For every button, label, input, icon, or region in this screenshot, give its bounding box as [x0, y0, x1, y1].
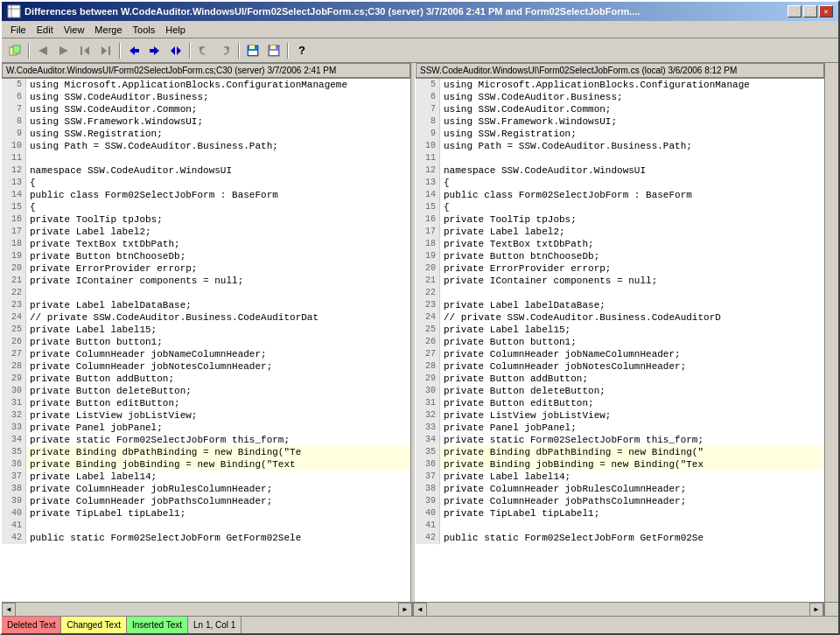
toolbar-sep-4 — [238, 43, 240, 59]
line-code — [26, 520, 30, 532]
first-diff-button[interactable] — [75, 41, 94, 60]
title-bar-left: Differences between W.CodeAuditor.Window… — [7, 4, 640, 18]
menu-help[interactable]: Help — [160, 23, 191, 37]
line-number: 41 — [2, 520, 26, 532]
next-diff-button[interactable] — [54, 41, 74, 60]
table-row: 21 private IContainer components = null; — [2, 275, 410, 287]
line-number: 24 — [416, 311, 440, 324]
right-scrollbar[interactable] — [824, 63, 838, 602]
left-hscroll[interactable]: ◀ ▶ — [2, 603, 413, 616]
line-code: private Button editButton; — [440, 397, 594, 409]
table-row: 6using SSW.CodeAuditor.Business; — [2, 91, 410, 103]
line-code: private static Form02SelectJobForm this_… — [440, 434, 704, 446]
line-number: 18 — [2, 238, 26, 250]
line-code: using SSW.Framework.WindowsUI; — [440, 115, 617, 128]
menu-file[interactable]: File — [5, 23, 32, 37]
table-row: 16 private ToolTip tpJobs; — [416, 213, 824, 226]
line-code: private Label label14; — [440, 471, 570, 483]
table-row: 27 private ColumnHeader jobNameColumnHea… — [416, 348, 824, 360]
merge-left-button[interactable] — [124, 41, 144, 60]
table-row: 17 private Label label2; — [2, 226, 410, 238]
menu-merge[interactable]: Merge — [89, 23, 127, 37]
save-button[interactable] — [243, 41, 262, 60]
table-row: 15 { — [2, 201, 410, 213]
left-hscroll-track[interactable] — [16, 603, 398, 617]
maximize-button[interactable]: □ — [803, 5, 817, 17]
right-pane-content[interactable]: 5using Microsoft.ApplicationBlocks.Confi… — [416, 79, 824, 602]
close-button[interactable]: ✕ — [819, 5, 833, 17]
right-hscroll-left-btn[interactable]: ◀ — [413, 603, 427, 617]
title-bar: Differences between W.CodeAuditor.Window… — [2, 2, 838, 21]
minimize-button[interactable]: _ — [788, 5, 802, 17]
right-hscroll-track[interactable] — [427, 603, 809, 617]
table-row: 17 private Label label2; — [416, 226, 824, 238]
menu-edit[interactable]: Edit — [32, 23, 59, 37]
table-row: 13{ — [416, 177, 824, 189]
left-hscroll-right-btn[interactable]: ▶ — [398, 603, 412, 617]
line-code: private static Form02SelectJobForm this_… — [26, 434, 290, 446]
table-row: 29 private Button addButton; — [2, 373, 410, 385]
line-number: 9 — [2, 128, 26, 140]
line-number: 8 — [2, 115, 26, 128]
table-row: 23 private Label labelDataBase; — [416, 299, 824, 311]
table-row: 40 private TipLabel tipLabel1; — [2, 507, 410, 520]
right-hscroll[interactable]: ◀ ▶ — [413, 603, 824, 616]
left-pane-content[interactable]: 5using Microsoft.ApplicationBlocks.Confi… — [2, 79, 410, 602]
table-row: 15 { — [416, 201, 824, 213]
line-number: 29 — [416, 373, 440, 385]
line-number: 28 — [416, 360, 440, 373]
line-code: private ListView jobListView; — [440, 409, 611, 422]
table-row: 28 private ColumnHeader jobNotesColumnHe… — [2, 360, 410, 373]
status-position: Ln 1, Col 1 — [188, 617, 242, 633]
table-row: 31 private Button editButton; — [2, 397, 410, 409]
open-button[interactable] — [5, 41, 24, 60]
table-row: 19 private Button btnChooseDb; — [416, 250, 824, 262]
toolbar-sep-5 — [287, 43, 289, 59]
line-number: 33 — [416, 422, 440, 434]
diff-icon — [7, 4, 21, 18]
line-number: 6 — [2, 91, 26, 103]
line-number: 10 — [416, 140, 440, 152]
left-hscroll-left-btn[interactable]: ◀ — [2, 603, 16, 617]
toolbar-sep-2 — [119, 43, 121, 59]
status-changed: Changed Text — [61, 617, 127, 633]
line-code: using Path = SSW.CodeAuditor.Business.Pa… — [440, 140, 692, 152]
table-row: 35 private Binding dbPathBinding = new B… — [416, 446, 824, 458]
merge-right-button[interactable] — [145, 41, 164, 60]
svg-marker-5 — [38, 46, 47, 55]
last-diff-button[interactable] — [96, 41, 116, 60]
line-code: private ColumnHeader jobRulesColumnHeade… — [440, 483, 686, 495]
line-code: private TipLabel tipLabel1; — [26, 507, 186, 520]
table-row: 20 private ErrorProvider errorp; — [416, 262, 824, 275]
line-number: 7 — [416, 103, 440, 115]
svg-marker-9 — [102, 46, 107, 55]
undo-button[interactable] — [194, 41, 214, 60]
right-hscroll-right-btn[interactable]: ▶ — [809, 603, 823, 617]
line-number: 36 — [2, 458, 26, 471]
right-pane-header: SSW.CodeAuditor.WindowsUI\Form02SelectJo… — [416, 63, 824, 79]
menu-view[interactable]: View — [59, 23, 90, 37]
line-number: 6 — [416, 91, 440, 103]
table-row: 9using SSW.Registration; — [416, 128, 824, 140]
line-code: private Binding jobBinding = new Binding… — [26, 458, 296, 471]
line-code: private Panel jobPanel; — [440, 422, 577, 434]
saveas-button[interactable] — [264, 41, 284, 60]
table-row: 30 private Button deleteButton; — [2, 385, 410, 397]
prev-diff-button[interactable] — [33, 41, 52, 60]
line-number: 42 — [2, 532, 26, 544]
table-row: 5using Microsoft.ApplicationBlocks.Confi… — [2, 79, 410, 91]
line-number: 18 — [416, 238, 440, 250]
merge-all-button[interactable] — [166, 41, 186, 60]
line-number: 37 — [2, 471, 26, 483]
table-row: 38 private ColumnHeader jobRulesColumnHe… — [2, 483, 410, 495]
table-row: 14 public class Form02SelectJobForm : Ba… — [2, 189, 410, 201]
table-row: 7using SSW.CodeAuditor.Common; — [2, 103, 410, 115]
redo-button[interactable] — [215, 41, 234, 60]
line-number: 5 — [416, 79, 440, 91]
help-button[interactable]: ? — [292, 41, 312, 60]
line-code: private Binding dbPathBinding = new Bind… — [26, 446, 301, 458]
line-number: 23 — [416, 299, 440, 311]
menu-tools[interactable]: Tools — [128, 23, 161, 37]
right-pane: SSW.CodeAuditor.WindowsUI\Form02SelectJo… — [416, 63, 824, 602]
line-code: private TextBox txtDbPath; — [26, 238, 180, 250]
